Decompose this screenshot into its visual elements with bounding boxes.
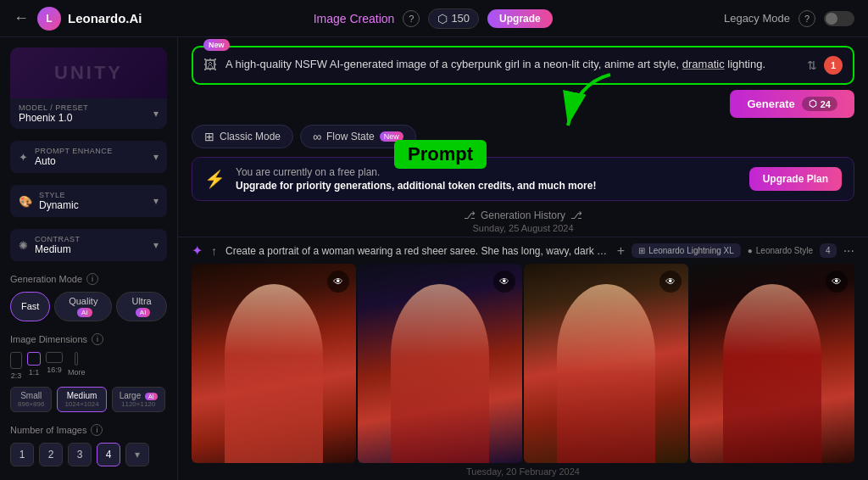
num-btn-4[interactable]: 4: [97, 443, 120, 466]
history-text: Create a portrait of a woman wearing a r…: [225, 245, 609, 257]
history-icon-right: ⎇: [570, 209, 582, 221]
model-label-row: Model / Preset Phoenix 1.0 ▾: [10, 98, 167, 129]
dim-option-23[interactable]: 2:3: [10, 352, 22, 380]
gallery-image-2[interactable]: 👁: [358, 264, 522, 463]
flow-state-label: Flow State: [326, 131, 375, 142]
size-medium[interactable]: Medium 1024×1024: [57, 387, 106, 412]
size-large[interactable]: Large AI 1120×1120: [112, 387, 165, 412]
num-btn-2[interactable]: 2: [39, 443, 63, 466]
contrast-icon: ✺: [19, 239, 28, 252]
classic-mode-icon: ⊞: [204, 130, 214, 143]
legacy-mode-label: Legacy Mode: [724, 12, 790, 25]
style-section: 🎨 Style Dynamic ▾: [10, 185, 167, 217]
gen-mode-ultra[interactable]: Ultra AI: [116, 292, 167, 321]
eye-icon-4[interactable]: 👁: [826, 271, 848, 293]
prompt-enhance-info: Prompt Enhance Auto: [35, 147, 113, 167]
more-options-button[interactable]: ···: [843, 243, 854, 259]
prompt-enhance-left: ✦ Prompt Enhance Auto: [19, 147, 113, 167]
expand-icon[interactable]: ⇅: [807, 59, 817, 72]
tab-classic-mode[interactable]: ⊞ Classic Mode: [192, 125, 293, 148]
prompt-enhance-section: ✦ Prompt Enhance Auto ▾: [10, 141, 167, 173]
gen-mode-info-icon[interactable]: i: [86, 273, 98, 285]
num-btn-1[interactable]: 1: [10, 443, 34, 466]
dim-option-169[interactable]: 16:9: [46, 352, 63, 380]
upgrade-banner: ⚡ You are currently on a free plan. Upgr…: [192, 157, 854, 201]
sidebar: UNITY Model / Preset Phoenix 1.0 ▾ ✦ Pro…: [0, 37, 178, 480]
num-images-section: Number of Images i 1 2 3 4 ▾: [10, 424, 167, 466]
style-chevron-icon: ▾: [153, 195, 159, 207]
gallery-image-3[interactable]: 👁: [524, 264, 688, 463]
generate-button[interactable]: Generate ⬡ 24: [730, 90, 854, 118]
image-dimensions-title: Image Dimensions i: [10, 333, 167, 345]
dim-option-more[interactable]: More: [68, 352, 86, 380]
dimensions-info-icon[interactable]: i: [92, 333, 103, 345]
gen-mode-quality[interactable]: Quality AI: [54, 292, 112, 321]
dim-icon-169: [46, 352, 63, 363]
prompt-box[interactable]: New 🖼 A high-quality NSFW AI-generated i…: [192, 46, 854, 85]
model-chevron-icon: ▾: [153, 108, 159, 120]
prompt-underline-word: dramatic: [682, 58, 725, 70]
legacy-help-icon[interactable]: ?: [798, 10, 815, 27]
style-chip: ● Leonardo Style: [748, 246, 813, 255]
prompt-enhance-value: Auto: [35, 155, 113, 167]
gen-mode-fast[interactable]: Fast: [10, 292, 50, 321]
content-area: New 🖼 A high-quality NSFW AI-generated i…: [178, 37, 868, 480]
nav-image-creation[interactable]: Image Creation: [314, 12, 395, 25]
num-btn-3[interactable]: 3: [68, 443, 92, 466]
num-dropdown[interactable]: ▾: [125, 443, 149, 466]
size-small[interactable]: Small 896×896: [10, 387, 52, 412]
model-card[interactable]: UNITY Model / Preset Phoenix 1.0 ▾: [10, 47, 167, 129]
generation-mode-title: Generation Mode i: [10, 273, 167, 285]
header-left: ← L Leonardo.Ai: [14, 7, 142, 31]
gen-history-date: Sunday, 25 August 2024: [472, 223, 573, 233]
gallery-image-4[interactable]: 👁: [690, 264, 854, 463]
back-button[interactable]: ←: [14, 9, 29, 27]
style-icon: 🎨: [19, 195, 32, 208]
num-images-row: 1 2 3 4 ▾: [10, 443, 167, 466]
generation-mode-section: Generation Mode i Fast Quality AI Ultra …: [10, 273, 167, 321]
model-section: UNITY Model / Preset Phoenix 1.0 ▾: [10, 47, 167, 129]
style-dot-icon: ●: [748, 246, 753, 255]
num-images-title: Number of Images i: [10, 424, 167, 436]
contrast-left: ✺ Contrast Medium: [19, 235, 81, 255]
prompt-container: New 🖼 A high-quality NSFW AI-generated i…: [178, 37, 868, 85]
gallery-image-1[interactable]: 👁: [192, 264, 356, 463]
portrait-figure-2: [358, 264, 522, 463]
image-gallery: 👁 👁 👁: [178, 264, 868, 463]
portrait-figure-3: [524, 264, 688, 463]
style-row[interactable]: 🎨 Style Dynamic ▾: [10, 185, 167, 217]
model-image-area: UNITY: [10, 47, 167, 98]
new-badge: New: [203, 39, 230, 51]
prompt-label-overlay: Prompt: [394, 140, 487, 169]
eye-icon-2[interactable]: 👁: [493, 271, 515, 293]
banner-text-area: You are currently on a free plan. Upgrad…: [236, 166, 596, 192]
num-images-info-icon[interactable]: i: [91, 424, 103, 436]
tokens-badge: ⬡ 150: [428, 8, 479, 29]
image-dimensions-section: Image Dimensions i 2:3 1:1 16:9: [10, 333, 167, 412]
eye-icon-3[interactable]: 👁: [659, 271, 682, 293]
add-icon[interactable]: +: [617, 243, 625, 259]
magic-wand-icon: ✦: [192, 243, 203, 259]
gen-mode-buttons: Fast Quality AI Ultra AI: [10, 292, 167, 321]
model-chip: ⊞ Leonardo Lightning XL: [632, 243, 741, 258]
gen-history-title: ⎇ Generation History ⎇: [464, 209, 582, 221]
legacy-mode-toggle[interactable]: [824, 11, 854, 26]
banner-text-bold: Upgrade for priority generations, additi…: [236, 180, 596, 192]
contrast-row[interactable]: ✺ Contrast Medium ▾: [10, 229, 167, 261]
style-left: 🎨 Style Dynamic: [19, 191, 79, 211]
upgrade-plan-button[interactable]: Upgrade Plan: [749, 167, 842, 191]
token-count: 150: [451, 12, 470, 25]
eye-icon-1[interactable]: 👁: [327, 271, 349, 293]
model-label-name: Phoenix 1.0: [19, 112, 88, 124]
prompt-enhance-row[interactable]: ✦ Prompt Enhance Auto ▾: [10, 141, 167, 173]
gen-history-header: ⎇ Generation History ⎇ Sunday, 25 August…: [178, 201, 868, 237]
prompt-text[interactable]: A high-quality NSFW AI-generated image o…: [225, 56, 798, 73]
dimensions-grid: 2:3 1:1 16:9 More: [10, 352, 167, 380]
upgrade-header-button[interactable]: Upgrade: [487, 9, 553, 28]
classic-mode-label: Classic Mode: [220, 131, 281, 142]
dim-option-11[interactable]: 1:1: [27, 352, 41, 380]
portrait-figure-1: [192, 264, 356, 463]
help-icon[interactable]: ?: [403, 10, 420, 27]
count-badge: 4: [820, 243, 837, 258]
prompt-actions: ⇅ 1: [807, 56, 843, 75]
